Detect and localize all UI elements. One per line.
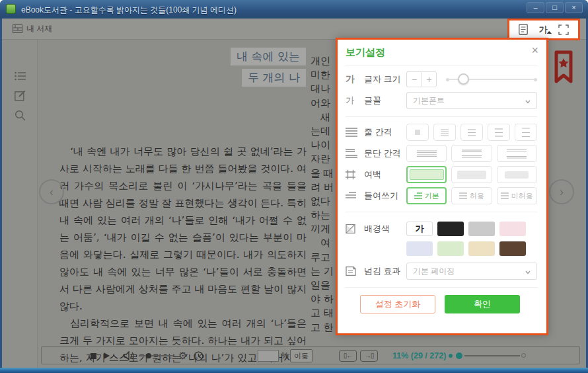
font-size-increase-button[interactable]: + [422,71,437,87]
line-spacing-label: 줄 간격 [364,126,392,138]
background-color-row: 배경색 가 [346,220,537,238]
line-spacing-option-3[interactable] [460,124,483,141]
indent-row: 들여쓰기 기본 허용 미허용 [346,186,537,205]
font-row: 가 글꼴 기본폰트 [346,91,537,110]
margin-row: 여백 [346,165,537,184]
font-size-slider-handle[interactable] [458,73,469,85]
app-icon [6,4,16,14]
font-icon: 가 [346,95,354,106]
line-spacing-option-5[interactable] [515,124,537,141]
font-settings-icon[interactable]: 가 [538,24,547,36]
line-spacing-row: 줄 간격 [346,123,537,142]
titlebar: eBook도서관 - 고요할수록 밝아지는 것들(100쇄 기념 에디션) – … [0,0,588,19]
fullscreen-icon[interactable] [558,24,569,35]
bg-swatch-brown[interactable] [499,241,526,256]
close-button[interactable]: × [565,2,583,13]
view-settings-dialog: 보기설정 × 가 글자 크기 − + 가 글꼴 [336,38,548,335]
view-settings-icon[interactable] [519,24,528,35]
paragraph-spacing-option-2[interactable] [451,145,492,162]
minimize-button[interactable]: – [527,2,544,13]
paragraph-spacing-option-3[interactable] [497,145,537,162]
paragraph-spacing-option-1[interactable] [406,145,447,162]
font-size-icon: 가 [346,73,355,85]
bg-swatch-pink[interactable] [499,222,526,236]
font-size-decrease-button[interactable]: − [406,71,422,87]
chevron-down-icon [525,99,531,104]
line-spacing-option-1[interactable] [406,124,429,141]
paragraph-spacing-icon [346,149,357,158]
line-spacing-option-4[interactable] [488,124,510,141]
page-transition-label: 넘김 효과 [364,265,401,277]
page-turn-icon [346,267,356,276]
background-color-icon [346,224,355,234]
indent-option-disallow[interactable]: 미허용 [497,187,537,204]
line-spacing-option-2[interactable] [433,124,456,141]
bg-swatch-green[interactable] [437,241,464,256]
indent-icon [346,192,356,200]
page-transition-dropdown[interactable]: 기본 페이징 [406,263,537,280]
confirm-button[interactable]: 확인 [445,295,520,313]
bg-swatch-gray[interactable] [468,222,495,236]
bg-swatch-cream[interactable] [468,241,495,256]
bg-swatch-black[interactable] [437,222,464,236]
margin-icon [346,170,355,180]
bg-swatch-lavender[interactable] [406,241,433,256]
window-frame-bottom [0,368,588,373]
dialog-close-icon[interactable]: × [531,44,538,58]
font-dropdown[interactable]: 기본폰트 [406,92,537,109]
margin-option-narrow[interactable] [406,166,447,183]
margin-label: 여백 [364,169,381,181]
app-window: eBook도서관 - 고요할수록 밝아지는 것들(100쇄 기념 에디션) – … [0,0,588,373]
background-color-label: 배경색 [364,223,390,235]
chevron-down-icon [525,270,531,275]
indent-option-allow[interactable]: 허용 [451,187,492,204]
font-label: 글꼴 [364,95,381,106]
indent-option-default[interactable]: 기본 [406,187,447,204]
font-size-row: 가 글자 크기 − + [346,70,537,89]
client-area: 내 서재 내 속에 있는 두 개의 나 ‘내 속 [2,19,586,368]
reset-settings-button[interactable]: 설정 초기화 [360,295,435,313]
margin-option-wide[interactable] [497,166,537,183]
paragraph-spacing-label: 문단 간격 [364,147,401,159]
background-color-row2 [346,239,537,258]
margin-option-medium[interactable] [451,166,492,183]
window-title: eBook도서관 - 고요할수록 밝아지는 것들(100쇄 기념 에디션) [21,5,237,16]
maximize-button[interactable]: □ [546,2,564,13]
paragraph-spacing-row: 문단 간격 [346,144,537,163]
line-spacing-icon [346,128,357,137]
dialog-title: 보기설정 [346,46,385,59]
indent-label: 들여쓰기 [364,190,398,202]
page-transition-row: 넘김 효과 기본 페이징 [346,262,537,280]
bg-swatch-white[interactable]: 가 [406,222,433,236]
font-size-label: 글자 크기 [364,73,401,85]
